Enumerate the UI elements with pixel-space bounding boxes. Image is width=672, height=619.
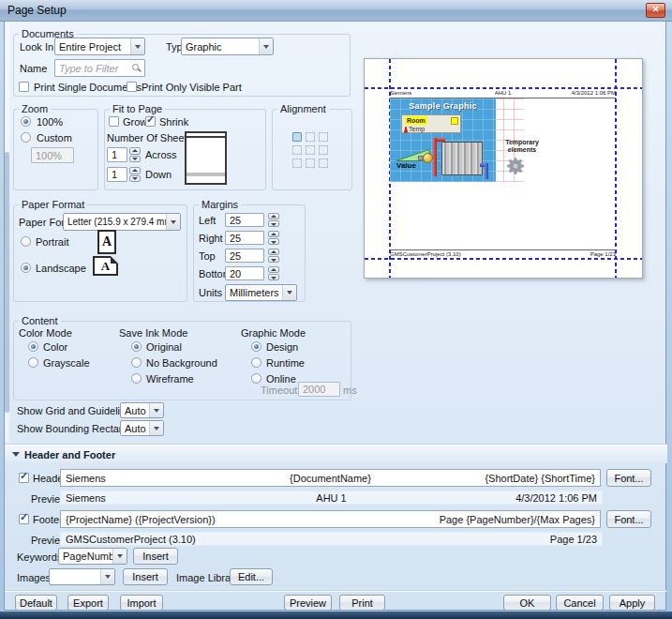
spinner-down-icon[interactable] — [268, 220, 279, 227]
wireframe-label: Wireframe — [146, 373, 194, 385]
close-icon[interactable]: ✕ — [646, 3, 665, 18]
grayscale-radio[interactable] — [28, 357, 38, 368]
down-input[interactable]: 1 — [107, 167, 127, 182]
spinner-up-icon[interactable] — [268, 213, 279, 219]
spinner-down-icon[interactable] — [129, 175, 141, 183]
preview-button[interactable]: Preview — [284, 595, 332, 611]
search-icon[interactable] — [131, 63, 142, 73]
keywords-insert-button[interactable]: Insert — [133, 548, 178, 565]
header-checkbox[interactable] — [19, 473, 29, 483]
margin-top-stepper[interactable] — [268, 249, 279, 263]
images-dropdown[interactable] — [49, 568, 115, 585]
scrollbar-thumb[interactable] — [5, 152, 9, 413]
timeout-input[interactable]: 2000 — [298, 382, 340, 397]
window-title: Page Setup — [7, 4, 67, 17]
margin-left-stepper[interactable] — [268, 213, 279, 227]
runtime-radio[interactable] — [251, 357, 261, 368]
portrait-radio[interactable] — [21, 236, 31, 247]
margin-bottom-input[interactable]: 20 — [225, 266, 264, 280]
alignment-grid — [292, 132, 328, 168]
grow-checkbox[interactable] — [109, 116, 119, 127]
margin-top-input[interactable]: 25 — [225, 249, 264, 263]
color-mode-label: Color Mode — [19, 327, 72, 339]
landscape-radio[interactable] — [21, 263, 31, 273]
spinner-down-icon[interactable] — [268, 256, 279, 263]
print-only-visible-part-checkbox[interactable] — [127, 82, 137, 92]
header-font-button[interactable]: Font... — [606, 469, 651, 487]
left-scrollbar[interactable] — [5, 23, 9, 443]
export-button[interactable]: Export — [67, 595, 109, 611]
header-text-input[interactable]: Siemens {DocumentName} {ShortDate} {Shor… — [60, 469, 601, 487]
spinner-down-icon[interactable] — [268, 274, 279, 280]
import-button[interactable]: Import — [120, 595, 163, 611]
margin-left-input[interactable]: 25 — [225, 213, 264, 227]
type-value: Graphic — [186, 41, 222, 53]
across-input[interactable]: 1 — [107, 147, 127, 162]
cancel-button[interactable]: Cancel — [556, 595, 604, 611]
alignment-cell-top-right[interactable] — [319, 132, 328, 142]
alignment-cell-middle-center[interactable] — [306, 145, 315, 155]
timeout-unit-label: ms — [343, 385, 357, 396]
alignment-cell-bottom-center[interactable] — [306, 159, 315, 168]
paper-form-dropdown[interactable]: Letter (215.9 x 279.4 mm) — [63, 213, 181, 231]
header-footer-expander[interactable]: Header and Footer — [5, 445, 667, 463]
chevron-down-icon — [135, 45, 141, 49]
down-stepper[interactable] — [129, 167, 141, 182]
no-background-radio[interactable] — [131, 357, 142, 368]
zoom-100-radio[interactable] — [21, 116, 31, 127]
spinner-down-icon[interactable] — [129, 156, 141, 163]
online-radio[interactable] — [251, 373, 261, 384]
spinner-up-icon[interactable] — [268, 249, 279, 255]
units-dropdown[interactable]: Millimeters — [225, 284, 297, 301]
image-library-edit-button[interactable]: Edit... — [230, 568, 273, 585]
wireframe-radio[interactable] — [131, 373, 142, 384]
spinner-up-icon[interactable] — [129, 167, 141, 174]
footer-font-button[interactable]: Font... — [606, 510, 651, 528]
portrait-label: Portrait — [36, 236, 68, 248]
header-preview-left: Siemens — [66, 492, 316, 504]
design-radio[interactable] — [251, 341, 261, 352]
original-radio[interactable] — [131, 341, 142, 352]
color-radio[interactable] — [28, 341, 38, 352]
spinner-down-icon[interactable] — [268, 238, 279, 245]
type-dropdown[interactable]: Graphic — [181, 38, 274, 55]
spinner-up-icon[interactable] — [268, 266, 279, 273]
shrink-checkbox[interactable] — [145, 116, 156, 127]
alignment-cell-middle-right[interactable] — [319, 145, 328, 155]
zoom-custom-label: Custom — [37, 132, 72, 143]
look-in-dropdown[interactable]: Entire Project — [54, 38, 145, 55]
images-insert-button[interactable]: Insert — [123, 568, 168, 585]
margin-bottom-stepper[interactable] — [268, 266, 279, 280]
alignment-cell-top-center[interactable] — [306, 132, 315, 142]
footer-text-input[interactable]: {ProjectName} ({ProjectVersion}) Page {P… — [60, 510, 601, 528]
zoom-custom-input[interactable]: 100% — [31, 147, 74, 163]
footer-checkbox[interactable] — [19, 514, 29, 524]
timeout-label: Timeout — [261, 385, 297, 396]
default-button[interactable]: Default — [15, 595, 57, 611]
print-single-documents-checkbox[interactable] — [19, 82, 29, 92]
keywords-dropdown[interactable]: PageNumber — [58, 548, 127, 565]
paper-format-group-label: Paper Format — [19, 199, 87, 210]
page-setup-dialog: Page Setup ✕ Documents Look In Entire Pr… — [0, 0, 672, 619]
alignment-cell-top-left[interactable] — [292, 132, 302, 142]
alignment-cell-bottom-right[interactable] — [319, 159, 328, 168]
margin-left-label: Left — [199, 215, 216, 226]
margin-right-stepper[interactable] — [268, 231, 279, 245]
zoom-custom-radio[interactable] — [21, 132, 31, 143]
show-grid-dropdown[interactable]: Auto — [120, 402, 164, 418]
spinner-up-icon[interactable] — [268, 231, 279, 237]
print-button[interactable]: Print — [339, 595, 385, 611]
alignment-cell-bottom-left[interactable] — [292, 159, 302, 168]
name-filter-input[interactable]: Type to Filter — [54, 59, 145, 77]
margin-right-input[interactable]: 25 — [225, 231, 264, 245]
show-bounding-dropdown[interactable]: Auto — [120, 420, 164, 436]
alignment-cell-middle-left[interactable] — [292, 145, 302, 155]
spinner-up-icon[interactable] — [129, 147, 141, 155]
across-label: Across — [145, 149, 177, 160]
grayscale-label: Grayscale — [43, 357, 90, 369]
across-stepper[interactable] — [129, 147, 141, 162]
no-background-label: No Background — [146, 357, 217, 369]
ok-button[interactable]: OK — [503, 595, 551, 611]
margin-top-label: Top — [199, 250, 216, 262]
apply-button[interactable]: Apply — [609, 595, 655, 611]
